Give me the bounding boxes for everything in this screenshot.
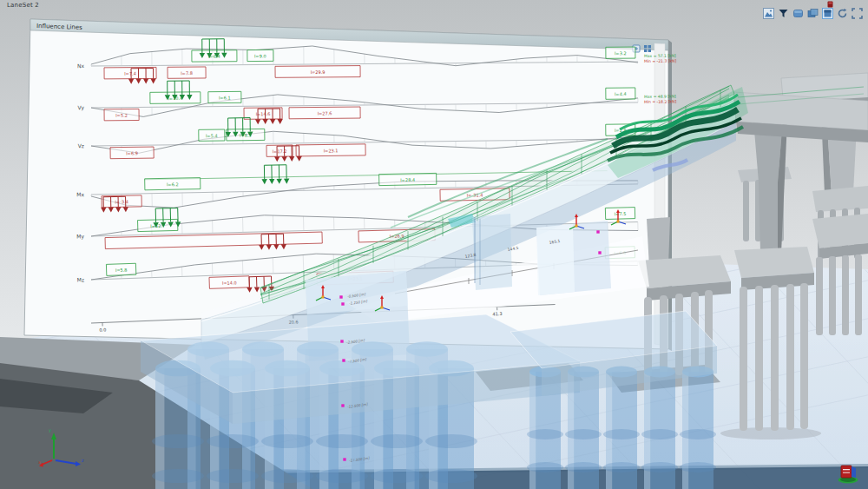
svg-text:I=4.4: I=4.4: [615, 91, 627, 96]
svg-text:Nx: Nx: [77, 63, 85, 69]
svg-text:I=3.2: I=3.2: [615, 50, 627, 56]
panel-view-icon[interactable]: [822, 8, 833, 19]
app-badge-icon: [827, 1, 833, 8]
svg-text:I=9.0: I=9.0: [254, 53, 266, 58]
svg-text:I=7.8: I=7.8: [181, 70, 193, 76]
svg-text:I=7.5: I=7.5: [615, 211, 627, 216]
svg-text:Max = 57.1 [kN]: Max = 57.1 [kN]: [644, 54, 676, 58]
svg-text:x: x: [38, 459, 41, 465]
svg-text:Vy: Vy: [77, 104, 84, 111]
view-title: LaneSet 2: [7, 2, 39, 9]
viewport-3d[interactable]: Influence Lines I=7.4I=7.8I=6.4I=9.0I=29…: [0, 0, 868, 489]
svg-text:I=6.9: I=6.9: [126, 150, 138, 155]
screenshot-icon[interactable]: [763, 8, 774, 19]
svg-text:z: z: [82, 458, 84, 463]
filter-icon[interactable]: [778, 8, 789, 19]
svg-text:41.3: 41.3: [492, 311, 502, 316]
svg-text:I=23.1: I=23.1: [324, 148, 339, 153]
svg-text:Vz: Vz: [78, 142, 84, 149]
toolbar: [763, 8, 863, 19]
solid-view-icon[interactable]: [792, 8, 804, 19]
svg-text:y: y: [49, 427, 51, 433]
svg-text:Max = 48.9 [kN]: Max = 48.9 [kN]: [644, 95, 676, 99]
panel-right-edge: [668, 40, 672, 351]
svg-text:0.0: 0.0: [99, 327, 106, 332]
svg-text:I=5.8: I=5.8: [115, 268, 128, 273]
svg-text:I=6.1: I=6.1: [219, 95, 231, 100]
svg-text:I=5.2: I=5.2: [115, 113, 128, 118]
layers-view-icon[interactable]: [807, 8, 819, 19]
app-window: Influence Lines I=7.4I=7.8I=6.4I=9.0I=29…: [0, 0, 868, 489]
svg-text:I=5.4: I=5.4: [206, 133, 218, 138]
svg-text:Mz: Mz: [77, 276, 85, 282]
svg-text:My: My: [76, 233, 84, 240]
svg-text:Min = -21.3 [kN]: Min = -21.3 [kN]: [644, 59, 676, 63]
svg-text:I=7.4: I=7.4: [124, 71, 136, 76]
svg-text:I=6.2: I=6.2: [167, 182, 179, 187]
refresh-icon[interactable]: [837, 8, 848, 19]
svg-text:I=-3.4: I=-3.4: [115, 199, 128, 204]
fullscreen-icon[interactable]: [852, 8, 863, 19]
svg-text:Min = -18.2 [kN]: Min = -18.2 [kN]: [644, 100, 676, 104]
svg-text:I=28.4: I=28.4: [400, 177, 415, 182]
svg-text:I=29.9: I=29.9: [311, 69, 326, 75]
svg-text:I=14.0: I=14.0: [222, 280, 237, 286]
view-title-text: LaneSet 2: [7, 2, 39, 9]
svg-text:I=27.6: I=27.6: [318, 110, 332, 116]
brand-logo: [837, 463, 859, 484]
svg-text:Mx: Mx: [76, 191, 84, 197]
